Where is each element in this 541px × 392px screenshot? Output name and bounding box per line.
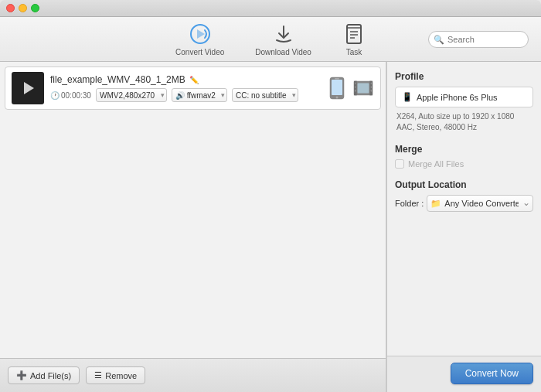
right-bottom: Convert Now <box>387 356 541 392</box>
task-icon <box>342 22 366 46</box>
clock-icon: 🕐 <box>50 91 60 100</box>
download-video-label: Download Video <box>255 48 311 56</box>
convert-video-button[interactable]: Convert Video <box>175 22 224 56</box>
audio-select[interactable]: 🔊 ffwmav2 <box>172 88 227 102</box>
add-files-icon: ➕ <box>16 370 27 380</box>
remove-button[interactable]: ☰ Remove <box>86 366 145 384</box>
file-info: file_example_WMV_480_1_2MB ✏️ 🕐 00:00:30… <box>50 74 320 102</box>
output-title: Output Location <box>395 179 533 190</box>
svg-rect-16 <box>371 83 372 85</box>
filmstrip-icon <box>352 77 374 99</box>
profile-desc: X264, Auto size up to 1920 x 1080 AAC, S… <box>395 111 533 133</box>
file-name-row: file_example_WMV_480_1_2MB ✏️ <box>50 74 320 85</box>
duration-item: 🕐 00:00:30 <box>50 91 91 100</box>
remove-label: Remove <box>105 371 137 380</box>
folder-label: Folder : <box>395 199 424 208</box>
svg-rect-19 <box>358 83 369 93</box>
profile-title: Profile <box>395 71 533 82</box>
folder-select[interactable]: Any Video Converter <box>427 195 533 212</box>
convert-now-button[interactable]: Convert Now <box>451 363 533 384</box>
right-outer: Profile 📱 Apple iPhone 6s Plus X264, Aut… <box>386 62 541 392</box>
edit-icon[interactable]: ✏️ <box>189 76 199 84</box>
convert-video-icon <box>189 22 212 46</box>
output-location-section: Output Location Folder : 📁 Any Video Con… <box>395 179 533 212</box>
play-icon <box>24 82 34 94</box>
duration-value: 00:00:30 <box>61 91 91 100</box>
svg-rect-18 <box>371 90 372 92</box>
subtitle-select[interactable]: CC: no subtitle <box>232 88 298 102</box>
merge-all-label: Merge All Files <box>408 159 464 169</box>
search-icon: 🔍 <box>434 34 444 44</box>
maximize-button[interactable] <box>31 4 39 12</box>
merge-checkbox[interactable] <box>395 159 404 169</box>
left-panel: file_example_WMV_480_1_2MB ✏️ 🕐 00:00:30… <box>0 62 386 392</box>
merge-section: Merge Merge All Files <box>395 144 533 169</box>
svg-rect-17 <box>371 86 372 88</box>
file-icons-right <box>326 77 374 99</box>
svg-point-8 <box>336 97 339 99</box>
file-item: file_example_WMV_480_1_2MB ✏️ 🕐 00:00:30… <box>5 66 381 110</box>
file-name: file_example_WMV_480_1_2MB <box>50 74 185 85</box>
file-list: file_example_WMV_480_1_2MB ✏️ 🕐 00:00:30… <box>0 62 386 358</box>
svg-rect-13 <box>355 83 356 85</box>
audio-select-wrap: 🔊 ffwmav2 <box>172 88 227 102</box>
svg-rect-7 <box>332 80 342 95</box>
right-panel: Profile 📱 Apple iPhone 6s Plus X264, Aut… <box>387 62 541 356</box>
close-button[interactable] <box>6 4 15 12</box>
filmstrip-svg <box>352 78 374 98</box>
traffic-lights <box>6 4 39 12</box>
search-box: 🔍 <box>428 31 529 48</box>
folder-row: Folder : 📁 Any Video Converter <box>395 195 533 212</box>
merge-row: Merge All Files <box>395 159 533 169</box>
file-thumbnail[interactable] <box>12 72 44 104</box>
folder-select-wrap: 📁 Any Video Converter <box>427 195 533 212</box>
task-button[interactable]: Task <box>342 22 366 56</box>
phone-small-icon: 📱 <box>402 92 413 102</box>
download-video-button[interactable]: Download Video <box>255 22 311 56</box>
format-select[interactable]: WMV2,480x270 <box>96 88 167 102</box>
svg-rect-14 <box>355 86 356 88</box>
add-files-button[interactable]: ➕ Add File(s) <box>8 366 80 384</box>
profile-box[interactable]: 📱 Apple iPhone 6s Plus <box>395 87 533 107</box>
file-meta-row: 🕐 00:00:30 WMV2,480x270 🔊 ffwmav2 <box>50 88 320 102</box>
profile-name: Apple iPhone 6s Plus <box>417 93 498 102</box>
remove-icon: ☰ <box>94 370 102 380</box>
toolbar: Convert Video Download Video <box>0 17 541 62</box>
titlebar <box>0 0 541 17</box>
task-label: Task <box>346 48 362 56</box>
add-files-label: Add File(s) <box>30 371 71 380</box>
convert-video-label: Convert Video <box>175 48 224 56</box>
svg-rect-9 <box>335 78 339 80</box>
merge-title: Merge <box>395 144 533 155</box>
phone-icon <box>326 77 348 99</box>
bottom-bar: ➕ Add File(s) ☰ Remove <box>0 358 386 392</box>
subtitle-select-wrap: CC: no subtitle <box>232 88 298 102</box>
minimize-button[interactable] <box>19 4 27 12</box>
download-video-icon <box>272 22 295 46</box>
iphone-icon <box>328 77 345 100</box>
toolbar-buttons: Convert Video Download Video <box>175 22 366 56</box>
profile-section: Profile 📱 Apple iPhone 6s Plus X264, Aut… <box>395 71 533 133</box>
main-layout: file_example_WMV_480_1_2MB ✏️ 🕐 00:00:30… <box>0 62 541 392</box>
format-select-wrap: WMV2,480x270 <box>96 88 167 102</box>
svg-rect-15 <box>355 90 356 92</box>
